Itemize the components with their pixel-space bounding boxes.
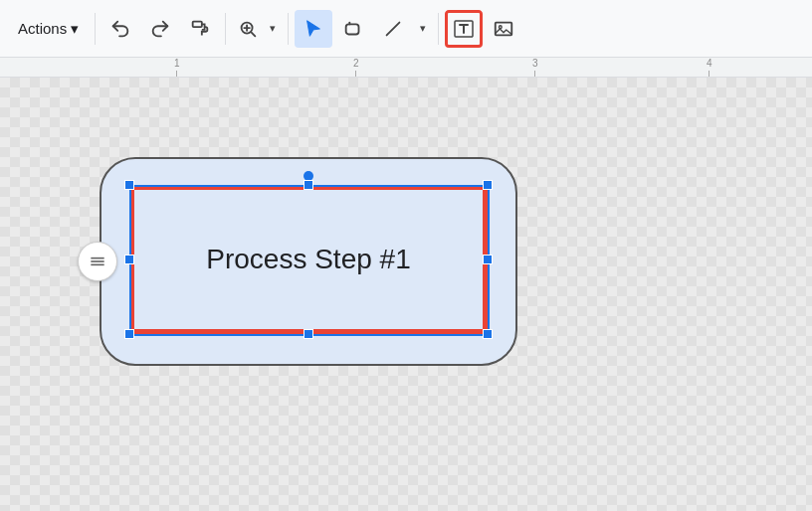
shape-tool-button[interactable] — [334, 10, 372, 48]
shape-container[interactable]: Process Step #1 — [100, 157, 517, 366]
ruler-tick: 4 — [707, 58, 712, 77]
svg-point-5 — [500, 25, 503, 28]
svg-rect-0 — [193, 21, 202, 27]
actions-button[interactable]: Actions ▾ — [8, 14, 89, 44]
line-tool-button[interactable] — [374, 10, 412, 48]
redo-icon — [149, 18, 171, 40]
zoom-dropdown-button[interactable]: ▾ — [264, 10, 282, 48]
undo-button[interactable] — [102, 10, 139, 48]
line-dropdown-button[interactable]: ▾ — [414, 10, 432, 48]
divider-3 — [288, 13, 289, 45]
text-tool-button[interactable] — [445, 10, 483, 48]
text-icon — [452, 17, 476, 41]
handle-top-middle[interactable] — [304, 180, 313, 190]
handle-bottom-left[interactable] — [124, 329, 134, 339]
select-cursor-icon — [303, 18, 324, 40]
connector-lines-icon — [88, 252, 107, 271]
divider-1 — [95, 13, 96, 45]
shape-icon — [342, 18, 364, 40]
handle-top-right[interactable] — [483, 180, 493, 190]
divider-4 — [438, 13, 439, 45]
actions-dropdown-icon: ▾ — [71, 20, 79, 38]
ruler-tick: 2 — [353, 58, 359, 77]
zoom-button[interactable] — [232, 10, 264, 48]
actions-label: Actions — [18, 20, 67, 37]
line-icon — [382, 18, 404, 40]
divider-2 — [225, 13, 226, 45]
ruler-tick: 3 — [532, 58, 538, 77]
select-tool-button[interactable] — [295, 10, 332, 48]
format-paint-icon — [189, 18, 211, 40]
image-tool-button[interactable] — [485, 10, 522, 48]
svg-rect-2 — [346, 24, 359, 34]
format-paint-button[interactable] — [181, 10, 219, 48]
handle-middle-right[interactable] — [483, 255, 493, 264]
connector-icon[interactable] — [78, 242, 117, 281]
ruler-numbers: 1234 — [0, 58, 812, 77]
redo-button[interactable] — [141, 10, 179, 48]
undo-icon — [109, 18, 131, 40]
handle-top-left[interactable] — [124, 180, 134, 190]
zoom-icon — [237, 18, 259, 40]
handle-bottom-right[interactable] — [483, 329, 493, 339]
zoom-group: ▾ — [232, 10, 282, 48]
handle-bottom-middle[interactable] — [304, 329, 313, 339]
handle-middle-left[interactable] — [124, 255, 134, 264]
ruler: 1234 — [0, 58, 812, 78]
ruler-tick: 1 — [174, 58, 180, 77]
toolbar: Actions ▾ ▾ — [0, 0, 812, 58]
shape-red-border — [129, 185, 488, 334]
image-icon — [493, 18, 514, 40]
svg-rect-4 — [496, 22, 512, 35]
canvas[interactable]: Process Step #1 — [0, 78, 812, 511]
